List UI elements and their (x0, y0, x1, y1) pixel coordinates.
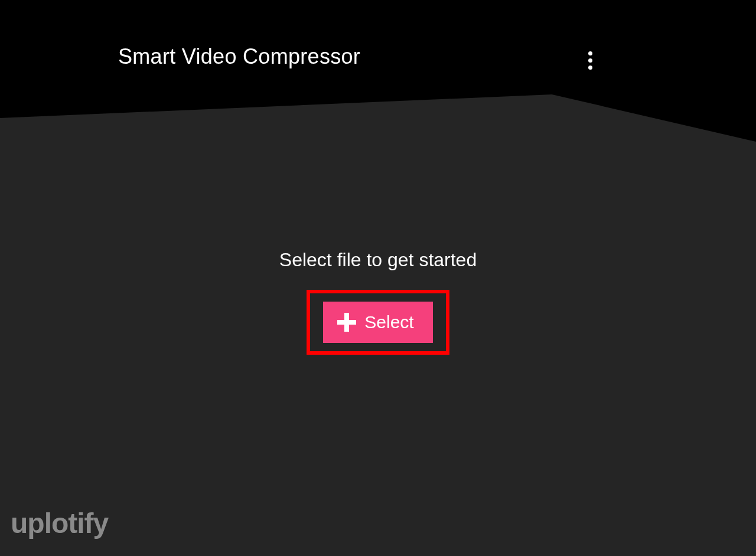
prompt-label: Select file to get started (279, 249, 477, 271)
select-button-label: Select (364, 312, 413, 332)
highlight-annotation: Select (307, 290, 449, 355)
main-content: Select file to get started Select (0, 0, 756, 556)
select-file-button[interactable]: Select (323, 302, 432, 343)
plus-icon (337, 313, 356, 332)
watermark-text: uplotify (11, 507, 108, 539)
